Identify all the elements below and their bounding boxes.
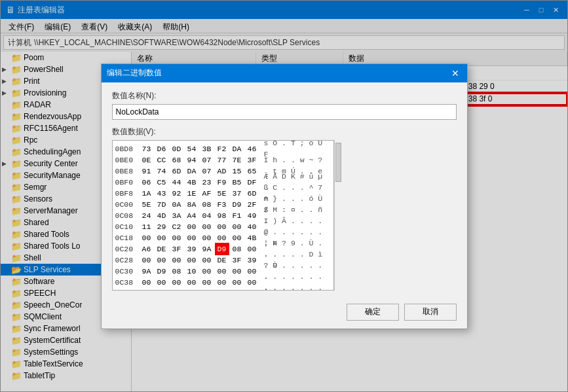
hex-byte[interactable]: 00: [216, 232, 229, 243]
hex-byte[interactable]: 00: [140, 277, 153, 288]
hex-byte[interactable]: 00: [231, 277, 244, 288]
hex-byte[interactable]: A4: [185, 210, 199, 221]
hex-byte[interactable]: 91: [140, 166, 153, 177]
hex-byte[interactable]: 74: [155, 166, 168, 177]
hex-byte[interactable]: 39: [185, 243, 199, 255]
hex-byte[interactable]: 00: [200, 255, 214, 266]
hex-byte[interactable]: 07: [200, 166, 214, 177]
hex-byte[interactable]: 3B: [200, 143, 214, 154]
hex-byte[interactable]: F3: [216, 199, 229, 210]
hex-byte[interactable]: 07: [200, 154, 214, 166]
hex-byte[interactable]: 00: [200, 221, 214, 232]
hex-byte[interactable]: 00: [216, 221, 229, 232]
hex-byte[interactable]: 6D: [170, 166, 183, 177]
hex-byte[interactable]: C5: [155, 177, 168, 188]
hex-byte[interactable]: 73: [140, 143, 153, 154]
hex-byte[interactable]: 98: [216, 210, 229, 221]
hex-byte[interactable]: 00: [231, 288, 244, 291]
hex-byte[interactable]: 00: [185, 255, 199, 266]
hex-byte[interactable]: DE: [155, 243, 168, 255]
hex-byte[interactable]: 29: [155, 221, 168, 232]
hex-byte[interactable]: 9A: [140, 266, 153, 277]
hex-byte[interactable]: A6: [140, 243, 153, 255]
hex-byte[interactable]: F1: [231, 210, 244, 221]
hex-byte[interactable]: 24: [140, 210, 153, 221]
hex-byte[interactable]: 00: [216, 266, 229, 277]
hex-byte[interactable]: 00: [185, 232, 199, 243]
hex-byte[interactable]: 00: [246, 243, 259, 255]
hex-byte[interactable]: 3F: [246, 154, 259, 166]
hex-byte[interactable]: 00: [216, 288, 229, 291]
hex-byte[interactable]: 5E: [140, 199, 153, 210]
hex-byte[interactable]: 00: [231, 221, 244, 232]
hex-byte[interactable]: 3A: [170, 210, 183, 221]
hex-byte[interactable]: 4D: [155, 210, 168, 221]
name-input[interactable]: [112, 104, 457, 120]
cancel-button[interactable]: 取消: [404, 304, 457, 321]
hex-byte[interactable]: 08: [170, 266, 183, 277]
hex-byte[interactable]: 1A: [140, 188, 153, 199]
hex-byte[interactable]: 00: [200, 266, 214, 277]
hex-byte[interactable]: 68: [170, 154, 183, 166]
hex-byte[interactable]: 39: [246, 255, 259, 266]
hex-byte[interactable]: 2F: [246, 199, 259, 210]
hex-byte[interactable]: 08: [231, 243, 244, 255]
hex-byte[interactable]: 40: [246, 221, 259, 232]
hex-byte[interactable]: 11: [140, 221, 153, 232]
hex-byte[interactable]: 0A: [170, 199, 183, 210]
hex-byte[interactable]: 0D: [170, 143, 183, 154]
hex-byte[interactable]: 00: [155, 277, 168, 288]
hex-editor[interactable]: 0BD873D60D543BF2DA46s Ō . T ; ò Ú F0BE00…: [112, 140, 334, 291]
hex-byte[interactable]: 00: [200, 277, 214, 288]
hex-byte[interactable]: 6D: [246, 188, 259, 199]
hex-byte[interactable]: D9: [155, 266, 168, 277]
hex-byte[interactable]: 7E: [231, 154, 244, 166]
ok-button[interactable]: 确定: [347, 304, 399, 321]
hex-byte[interactable]: 00: [155, 232, 168, 243]
hex-byte[interactable]: DE: [216, 255, 229, 266]
hex-byte[interactable]: 3F: [231, 255, 244, 266]
hex-byte[interactable]: DA: [185, 166, 199, 177]
hex-byte[interactable]: 4B: [246, 232, 259, 243]
hex-byte[interactable]: 5E: [216, 188, 229, 199]
hex-byte[interactable]: 00: [216, 277, 229, 288]
hex-byte[interactable]: 8A: [185, 199, 199, 210]
hex-byte[interactable]: 00: [155, 288, 168, 291]
hex-byte[interactable]: 92: [170, 188, 183, 199]
hex-byte[interactable]: D6: [155, 143, 168, 154]
hex-byte[interactable]: CC: [155, 154, 168, 166]
hex-byte[interactable]: 00: [170, 255, 183, 266]
hex-byte[interactable]: 00: [140, 232, 153, 243]
hex-byte[interactable]: AF: [200, 188, 214, 199]
hex-byte[interactable]: 7D: [155, 199, 168, 210]
hex-byte[interactable]: 00: [246, 266, 259, 277]
hex-byte[interactable]: 46: [246, 143, 259, 154]
hex-byte[interactable]: 04: [200, 210, 214, 221]
hex-byte[interactable]: 54: [185, 143, 199, 154]
hex-byte[interactable]: 00: [170, 232, 183, 243]
scrollbar[interactable]: [334, 140, 342, 291]
hex-byte[interactable]: 00: [185, 288, 199, 291]
hex-byte[interactable]: 00: [246, 277, 259, 288]
hex-byte[interactable]: 77: [216, 154, 229, 166]
hex-byte[interactable]: 00: [231, 266, 244, 277]
hex-byte[interactable]: 01: [246, 288, 259, 291]
hex-byte[interactable]: D9: [231, 199, 244, 210]
hex-byte[interactable]: DF: [246, 177, 259, 188]
hex-byte[interactable]: 23: [200, 177, 214, 188]
hex-byte[interactable]: 15: [231, 166, 244, 177]
hex-byte[interactable]: 4B: [185, 177, 199, 188]
hex-byte[interactable]: 37: [231, 188, 244, 199]
hex-byte[interactable]: F2: [216, 143, 229, 154]
hex-byte[interactable]: F9: [216, 177, 229, 188]
hex-byte[interactable]: DA: [231, 143, 244, 154]
hex-byte[interactable]: 1E: [185, 188, 199, 199]
hex-byte[interactable]: 00: [185, 277, 199, 288]
hex-byte[interactable]: 43: [155, 188, 168, 199]
dialog-close-button[interactable]: ✕: [449, 67, 462, 80]
hex-byte[interactable]: 44: [170, 177, 183, 188]
hex-byte[interactable]: 00: [170, 288, 183, 291]
hex-byte[interactable]: 00: [140, 255, 153, 266]
hex-byte[interactable]: 65: [246, 166, 259, 177]
hex-byte[interactable]: 49: [246, 210, 259, 221]
